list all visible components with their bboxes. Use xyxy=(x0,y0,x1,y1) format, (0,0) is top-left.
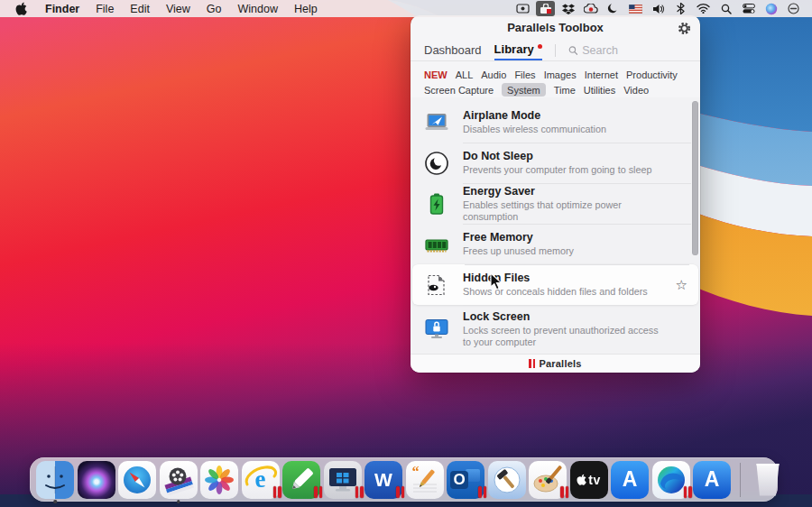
appstore-a-glyph: A xyxy=(623,467,638,492)
tools-list: Airplane Mode Disables wireless communic… xyxy=(411,97,700,354)
control-center-icon[interactable] xyxy=(739,1,758,16)
menu-item-file[interactable]: File xyxy=(88,3,122,15)
dock-finder-icon[interactable] xyxy=(36,461,74,499)
category-files[interactable]: Files xyxy=(514,69,535,80)
tool-title: Energy Saver xyxy=(463,185,664,198)
tool-row-energy-saver[interactable]: Energy Saver Enables settings that optim… xyxy=(411,183,700,224)
menu-bar: Finder File Edit View Go Window Help xyxy=(0,0,812,17)
category-new[interactable]: NEW xyxy=(424,69,448,80)
parallels-vm-badge xyxy=(314,486,322,498)
lock-monitor-icon xyxy=(423,316,450,343)
search-input[interactable] xyxy=(582,44,687,57)
parallels-vm-badge xyxy=(355,486,364,498)
menu-item-go[interactable]: Go xyxy=(198,3,230,15)
dock-word-icon[interactable]: W xyxy=(364,461,402,499)
dock-apple-tv-icon[interactable]: tv xyxy=(570,461,608,499)
dock-photos-icon[interactable] xyxy=(200,461,238,499)
dock-app-store-alt-icon[interactable]: A xyxy=(693,461,731,499)
tool-row-lock-screen[interactable]: Lock Screen Locks screen to prevent unau… xyxy=(411,305,700,354)
tool-title: Lock Screen xyxy=(463,310,664,324)
dock-safari-icon[interactable] xyxy=(118,461,156,499)
category-audio[interactable]: Audio xyxy=(481,69,506,80)
category-productivity[interactable]: Productivity xyxy=(626,69,678,80)
dock-pages-icon[interactable]: “ xyxy=(406,461,444,499)
parallels-vm-badge xyxy=(478,486,486,498)
dock-xcode-icon[interactable] xyxy=(488,461,526,499)
tab-bar: Dashboard Library xyxy=(411,40,700,60)
favorite-star-icon[interactable]: ☆ xyxy=(676,277,687,293)
ie-e-glyph: e xyxy=(255,466,266,493)
dock-edge-icon[interactable] xyxy=(652,461,690,499)
tool-row-do-not-sleep[interactable]: Do Not Sleep Prevents your computer from… xyxy=(411,143,700,183)
dock-app-store-icon[interactable]: A xyxy=(611,461,649,499)
volume-icon[interactable] xyxy=(649,1,668,16)
parallels-logo-icon xyxy=(529,359,535,368)
parallels-toolbox-window: Parallels Toolbox Dashboard Library NEW … xyxy=(411,15,700,373)
tool-description: Enables settings that optimize power con… xyxy=(463,199,664,223)
dock-internet-explorer-icon[interactable]: e xyxy=(242,461,280,499)
ram-icon xyxy=(423,231,450,258)
tool-title: Airplane Mode xyxy=(463,109,664,123)
airplane-laptop-icon xyxy=(423,109,450,136)
parallels-access-icon[interactable] xyxy=(581,1,600,16)
search-box[interactable] xyxy=(568,44,687,57)
siri-icon[interactable] xyxy=(761,1,780,16)
tool-row-free-memory[interactable]: Free Memory Frees up unused memory xyxy=(411,224,700,264)
running-indicator xyxy=(177,500,180,503)
do-not-disturb-moon-icon[interactable] xyxy=(604,1,623,16)
menu-item-help[interactable]: Help xyxy=(286,3,326,15)
menu-item-view[interactable]: View xyxy=(158,3,198,15)
session-minus-icon[interactable] xyxy=(784,1,803,16)
tool-description: Prevents your computer from going to sle… xyxy=(463,164,664,176)
tool-row-airplane-mode[interactable]: Airplane Mode Disables wireless communic… xyxy=(411,102,700,143)
outlook-o-glyph: O xyxy=(450,471,468,489)
appletv-tv-glyph: tv xyxy=(588,473,600,487)
dock-outlook-icon[interactable]: O xyxy=(447,461,484,499)
hidden-file-eye-icon xyxy=(423,272,450,299)
tool-title: Free Memory xyxy=(463,231,664,244)
menu-item-window[interactable]: Window xyxy=(229,3,285,15)
divider xyxy=(555,44,556,57)
tab-library[interactable]: Library xyxy=(494,40,542,60)
category-screen-capture[interactable]: Screen Capture xyxy=(424,85,494,96)
apple-menu-icon[interactable] xyxy=(14,2,28,15)
window-titlebar: Parallels Toolbox xyxy=(411,15,700,40)
menu-item-finder[interactable]: Finder xyxy=(37,3,88,15)
category-system[interactable]: System xyxy=(502,83,546,97)
dropbox-icon[interactable] xyxy=(558,1,577,16)
dock-windows-vm-icon[interactable] xyxy=(324,461,362,499)
dock-trash-icon[interactable] xyxy=(749,461,787,499)
dock-parallels-toolbox-icon[interactable] xyxy=(160,461,198,499)
tool-description: Frees up unused memory xyxy=(463,245,664,257)
menu-item-edit[interactable]: Edit xyxy=(122,3,158,15)
tab-dashboard[interactable]: Dashboard xyxy=(424,40,482,60)
moon-circle-icon xyxy=(423,150,450,177)
dock-green-pencil-app-icon[interactable] xyxy=(282,461,320,499)
search-icon xyxy=(568,45,578,56)
library-notification-dot xyxy=(538,44,542,49)
category-time[interactable]: Time xyxy=(554,85,576,96)
dock-divider xyxy=(740,463,741,497)
running-indicator xyxy=(53,500,57,503)
scrollbar-thumb[interactable] xyxy=(692,101,698,255)
parallels-vm-badge xyxy=(273,486,281,498)
parallels-toolbox-menu-icon[interactable] xyxy=(536,1,555,16)
trash-bin xyxy=(754,464,781,496)
category-internet[interactable]: Internet xyxy=(585,69,618,80)
wifi-icon[interactable] xyxy=(694,1,713,16)
tool-row-hidden-files[interactable]: Hidden Files Shows or conceals hidden fi… xyxy=(412,264,698,305)
spotlight-search-icon[interactable] xyxy=(716,1,735,16)
tool-description: Locks screen to prevent unauthorized acc… xyxy=(463,325,664,348)
category-images[interactable]: Images xyxy=(544,69,577,80)
category-all[interactable]: ALL xyxy=(456,69,474,80)
pages-quote-glyph: “ xyxy=(412,464,420,480)
category-utilities[interactable]: Utilities xyxy=(584,85,615,96)
settings-gear-icon[interactable] xyxy=(676,20,692,36)
bluetooth-icon[interactable] xyxy=(671,1,690,16)
input-source-us-flag-icon[interactable] xyxy=(626,1,645,16)
category-video[interactable]: Video xyxy=(623,85,649,96)
dock-siri-icon[interactable] xyxy=(78,461,115,499)
dock-paint-icon[interactable] xyxy=(529,461,567,499)
dock: e W “ O xyxy=(30,457,778,502)
screen-capture-icon[interactable] xyxy=(513,1,532,16)
